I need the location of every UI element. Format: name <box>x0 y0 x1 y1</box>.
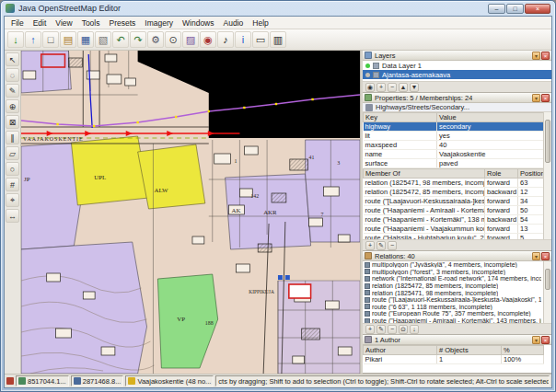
menu-item[interactable]: Presets <box>104 18 140 28</box>
properties-scrollbar[interactable] <box>543 112 551 239</box>
add-tag-icon[interactable]: + <box>365 241 375 250</box>
draw-icon[interactable]: ✎ <box>6 84 19 98</box>
relation-row[interactable]: route ("European Route 75", 357 members,… <box>363 310 543 317</box>
shortcuts-icon[interactable]: ▭ <box>252 31 269 48</box>
membership-row[interactable]: route ("Haapaniemi - Amiraali - Kortemäk… <box>364 206 544 215</box>
value-column-header[interactable]: Value <box>437 113 544 122</box>
menu-item[interactable]: Help <box>248 18 272 28</box>
tag-row[interactable]: maxspeed 40 <box>364 141 544 150</box>
help-box: cts by dragging; Shift to add to selecti… <box>215 375 550 386</box>
relation-row[interactable]: relation (1825471, 98 members, incomplet… <box>363 289 543 296</box>
minimize-button[interactable]: – <box>488 4 505 14</box>
zoom-icon[interactable]: ⊕ <box>6 99 19 113</box>
edit-tag-icon[interactable]: ✎ <box>376 241 386 250</box>
relation-row[interactable]: route ("Haapaniemi - Amiraali - Kortemäk… <box>363 317 543 323</box>
panel-close-button[interactable]: × <box>541 336 550 344</box>
panel-close-button[interactable]: × <box>541 94 550 102</box>
save-icon[interactable]: ▦ <box>77 31 94 48</box>
panel-dock-button[interactable]: ▾ <box>532 52 540 60</box>
role-column-header[interactable]: Role <box>485 169 518 179</box>
layer-row[interactable]: Data Layer 1 <box>363 61 551 70</box>
relation-row[interactable]: multipolygon ("Jyväskylä", 4 members, in… <box>363 261 543 269</box>
create-circle-icon[interactable]: ○ <box>6 162 19 176</box>
extrude-icon[interactable]: ▱ <box>6 146 19 160</box>
open-icon[interactable]: ▤ <box>60 31 76 48</box>
audio-icon[interactable]: ♪ <box>217 31 234 48</box>
scrollbar-thumb[interactable] <box>545 120 550 163</box>
membership-row[interactable]: route ("[Laajavuori-Keskussairaala-]kesk… <box>364 197 544 206</box>
select-icon[interactable]: ↖ <box>6 52 19 66</box>
membership-row[interactable]: route ("Haapaniemi - Kortemäki", 138 mem… <box>364 215 544 225</box>
relation-row[interactable]: route ("6 63", 1 118 members, incomplete… <box>363 304 543 311</box>
percent-column-header[interactable]: % <box>502 346 544 355</box>
membership-row[interactable]: relation (1825472, 85 members, incomplet… <box>364 188 544 197</box>
scrollbar-thumb[interactable] <box>545 269 550 290</box>
close-button[interactable]: × <box>525 4 550 14</box>
title-bar[interactable]: Java OpenStreetMap Editor – □ × <box>4 1 552 16</box>
tag-row[interactable]: highway secondary <box>364 122 544 132</box>
membership-row[interactable]: route ("Halssila - Huhtaharjun koulu", 2… <box>364 234 544 240</box>
tag-row[interactable]: lit yes <box>364 132 544 141</box>
maximize-button[interactable]: □ <box>506 4 524 14</box>
menu-item[interactable]: Windows <box>178 18 218 28</box>
membership-row[interactable]: relation (1825471, 98 members, incomplet… <box>364 179 544 188</box>
imagery-icon[interactable]: ▨ <box>182 31 199 48</box>
delete-icon[interactable]: ⊠ <box>6 115 19 129</box>
panel-close-button[interactable]: × <box>541 252 550 260</box>
position-column-header[interactable]: Position <box>518 169 544 179</box>
undo-icon[interactable]: ↶ <box>112 31 129 48</box>
edit-relation-icon[interactable]: ✎ <box>376 325 386 334</box>
delete-tag-icon[interactable]: − <box>388 241 397 250</box>
lasso-icon[interactable]: ◌ <box>6 68 19 82</box>
delete-layer-icon[interactable]: − <box>388 83 397 92</box>
download-members-icon[interactable]: ↓ <box>410 325 419 334</box>
stats-icon[interactable]: ▥ <box>270 31 286 48</box>
export-icon[interactable]: ▧ <box>95 31 111 48</box>
menu-item[interactable]: Audio <box>219 18 249 28</box>
relation-row[interactable]: multipolygon ("forest", 3 members, incom… <box>363 269 543 276</box>
panel-close-button[interactable]: × <box>541 52 550 60</box>
menu-item[interactable]: Imagery <box>140 18 178 28</box>
new-relation-icon[interactable]: + <box>365 325 375 334</box>
download-icon[interactable]: ↓ <box>7 31 24 48</box>
parallel-icon[interactable]: ∥ <box>6 131 19 144</box>
layer-row[interactable]: Ajantasa-asemakaava <box>363 70 551 79</box>
upload-icon[interactable]: ↑ <box>25 31 41 48</box>
add-layer-icon[interactable]: + <box>376 83 386 92</box>
measure-icon[interactable]: ↔ <box>6 209 19 223</box>
align-nodes-icon[interactable]: # <box>6 178 19 191</box>
tag-row[interactable]: surface paved <box>364 159 544 168</box>
new-layer-icon[interactable]: □ <box>42 31 59 48</box>
relations-scrollbar[interactable] <box>543 261 551 323</box>
key-column-header[interactable]: Key <box>364 113 437 122</box>
move-up-icon[interactable]: ▲ <box>399 83 408 92</box>
delete-relation-icon[interactable]: − <box>388 325 397 334</box>
menu-item[interactable]: Tools <box>77 18 105 28</box>
membership-row[interactable]: route ("Haapaniemi - Vaajakummun koulu",… <box>364 225 544 234</box>
panel-dock-button[interactable]: ▾ <box>532 94 540 102</box>
relation-row[interactable]: network ("International E-road network",… <box>363 275 543 282</box>
member-column-header[interactable]: Member Of <box>364 169 485 179</box>
preset-row[interactable]: Highways/Streets/Secondary... <box>363 103 551 112</box>
redo-icon[interactable]: ↷ <box>130 31 146 48</box>
search-icon[interactable]: ⊙ <box>165 31 181 48</box>
relation-row[interactable]: route ("[Laajavuori-Keskussairaala-]kesk… <box>363 296 543 304</box>
relation-row[interactable]: relation (1825472, 85 members, incomplet… <box>363 282 543 290</box>
panel-dock-button[interactable]: ▾ <box>532 336 540 344</box>
menu-item[interactable]: View <box>51 18 76 28</box>
tag-row[interactable]: name Vaajakoskentie <box>364 150 544 159</box>
panel-dock-button[interactable]: ▾ <box>532 252 540 260</box>
author-row[interactable]: Pikari 1 100% <box>364 355 544 364</box>
show-hide-icon[interactable]: ◉ <box>365 83 375 92</box>
preferences-icon[interactable]: ⚙ <box>147 31 164 48</box>
map-canvas[interactable]: VAAJAKOSKENTIE UPL ALW JP AK AKR 142 1 4… <box>21 51 360 374</box>
improve-accuracy-icon[interactable]: ⌖ <box>6 193 19 207</box>
info-icon[interactable]: i <box>235 31 251 48</box>
select-relation-icon[interactable]: ⊙ <box>399 325 408 334</box>
move-down-icon[interactable]: ▼ <box>410 83 419 92</box>
gps-icon[interactable]: ◉ <box>200 31 216 48</box>
objects-column-header[interactable]: # Objects <box>437 346 502 355</box>
author-column-header[interactable]: Author <box>364 346 437 355</box>
menu-item[interactable]: File <box>6 18 29 28</box>
menu-item[interactable]: Edit <box>29 18 52 28</box>
